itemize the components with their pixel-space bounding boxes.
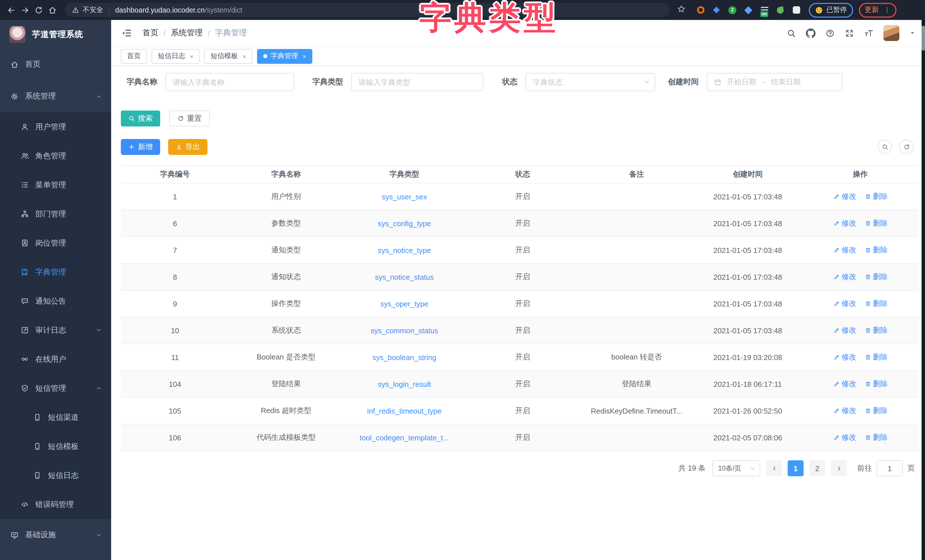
status-select[interactable]: 字典状态 (526, 73, 655, 91)
page-size-select[interactable]: 10条/页 (713, 460, 760, 476)
edit-link[interactable]: 修改 (833, 191, 856, 202)
sidebar-item-audit-log[interactable]: 审计日志 (0, 316, 111, 345)
sidebar-item-sms-mgmt[interactable]: 短信管理 (0, 374, 111, 403)
browser-menu-dots-icon[interactable] (883, 6, 891, 14)
window-scrollbar[interactable] (922, 20, 925, 560)
dict-name-input[interactable] (165, 73, 294, 91)
browser-home-button[interactable] (45, 3, 59, 17)
sidebar-item-error-code-mgmt[interactable]: 错误码管理 (0, 490, 111, 519)
dict-type-link[interactable]: sys_boolean_string (372, 353, 436, 361)
reset-button[interactable]: 重置 (169, 110, 210, 126)
sidebar-item-dept-mgmt[interactable]: 部门管理 (0, 199, 111, 229)
fullscreen-icon[interactable] (845, 28, 854, 38)
delete-link[interactable]: 删除 (864, 218, 888, 229)
bookmark-star-icon[interactable] (677, 5, 685, 15)
tab-home[interactable]: 首页 (121, 49, 147, 63)
paused-extension-badge[interactable]: 已暂停 (809, 3, 853, 17)
delete-link[interactable]: 删除 (864, 272, 888, 282)
dict-type-link[interactable]: sys_config_type (378, 219, 431, 227)
refresh-table-button[interactable] (899, 140, 914, 154)
sidebar-item-post-mgmt[interactable]: 岗位管理 (0, 229, 111, 257)
security-indicator[interactable]: 不安全 (72, 5, 103, 15)
toggle-search-button[interactable] (878, 140, 892, 154)
tab-close-icon[interactable]: × (190, 53, 193, 60)
orange-circle-extension-icon[interactable] (696, 5, 705, 15)
dict-type-link[interactable]: sys_notice_status (375, 272, 434, 281)
green-leaf-extension-icon[interactable] (776, 5, 785, 15)
dict-type-link[interactable]: sys_user_sex (382, 192, 427, 201)
delete-link[interactable]: 删除 (864, 191, 888, 202)
edit-link[interactable]: 修改 (833, 352, 856, 362)
delete-link[interactable]: 删除 (864, 352, 888, 362)
scrollbar-thumb[interactable] (922, 26, 925, 51)
sidebar-collapse-icon[interactable] (121, 27, 132, 39)
sidebar-item-sms-channel[interactable]: 短信渠道 (0, 403, 111, 432)
sidebar-item-home[interactable]: 首页 (0, 48, 111, 80)
edit-link[interactable]: 修改 (833, 272, 856, 282)
bars-extension-icon[interactable]: on (760, 5, 769, 15)
edit-link[interactable]: 修改 (833, 379, 856, 389)
dict-type-link[interactable]: sys_common_status (371, 326, 438, 335)
github-icon[interactable] (806, 28, 816, 38)
font-size-icon[interactable] (864, 28, 874, 38)
dict-type-link[interactable]: inf_redis_timeout_type (367, 406, 442, 415)
dict-type-link[interactable]: sys_login_result (378, 380, 431, 388)
sidebar-item-system-mgmt[interactable]: 系统管理 (0, 80, 111, 112)
sidebar-item-notice[interactable]: 通知公告 (0, 286, 111, 316)
dict-type-link[interactable]: tool_codegen_template_t... (360, 433, 449, 442)
user-avatar[interactable] (883, 25, 899, 41)
blue-light-extension-icon[interactable] (712, 5, 721, 15)
tab-close-icon[interactable]: × (303, 53, 306, 60)
export-button[interactable]: 导出 (168, 139, 208, 155)
dict-type-link[interactable]: sys_oper_type (380, 300, 428, 308)
page-button-1[interactable]: 1 (788, 460, 804, 476)
breadcrumb-home[interactable]: 首页 (143, 28, 158, 38)
delete-link[interactable]: 删除 (864, 298, 888, 309)
delete-link[interactable]: 删除 (864, 245, 888, 255)
edit-link[interactable]: 修改 (833, 325, 856, 336)
delete-link[interactable]: 删除 (864, 406, 888, 416)
date-range-picker[interactable]: 开始日期 ~ 结束日期 (707, 73, 842, 91)
browser-reload-button[interactable] (32, 3, 45, 17)
breadcrumb-system[interactable]: 系统管理 (171, 28, 203, 38)
browser-back-button[interactable] (5, 3, 18, 17)
delete-link[interactable]: 删除 (864, 325, 888, 336)
dict-type-link[interactable]: sys_notice_type (378, 246, 431, 254)
edit-link[interactable]: 修改 (833, 432, 856, 443)
sidebar-item-role-mgmt[interactable]: 角色管理 (0, 141, 111, 170)
prev-page-button[interactable] (766, 460, 782, 476)
delete-link[interactable]: 删除 (864, 379, 888, 389)
puzzle-extension-icon[interactable] (792, 5, 801, 15)
edit-link[interactable]: 修改 (833, 406, 856, 416)
tab-close-icon[interactable]: × (243, 53, 246, 60)
avatar-caret-down-icon[interactable] (909, 30, 916, 36)
page-button-2[interactable]: 2 (809, 460, 825, 476)
status-select-input[interactable] (526, 73, 655, 91)
sidebar-item-sms-log[interactable]: 短信日志 (0, 461, 111, 490)
help-icon[interactable] (825, 28, 835, 38)
next-page-button[interactable] (831, 460, 847, 476)
app-logo-row[interactable]: 芋道管理系统 (0, 20, 111, 48)
search-button[interactable]: 搜索 (121, 110, 160, 126)
tab-sms-log[interactable]: 短信日志× (152, 49, 200, 63)
goto-page-input[interactable] (877, 460, 903, 476)
sidebar-item-user-mgmt[interactable]: 用户管理 (0, 112, 111, 141)
edit-link[interactable]: 修改 (833, 218, 856, 229)
add-button[interactable]: 新增 (121, 139, 160, 155)
sidebar-item-online-users[interactable]: 在线用户 (0, 345, 111, 374)
search-icon[interactable] (786, 28, 796, 38)
browser-update-group[interactable]: 更新 (859, 3, 896, 17)
edit-link[interactable]: 修改 (833, 245, 856, 255)
address-bar[interactable]: 不安全 dashboard.yudao.iocoder.cn/system/di… (65, 3, 670, 17)
blue-diamond-extension-icon[interactable] (744, 5, 753, 15)
sidebar-item-menu-mgmt[interactable]: 菜单管理 (0, 170, 111, 199)
delete-link[interactable]: 删除 (864, 432, 888, 443)
tab-sms-template[interactable]: 短信模板× (204, 49, 253, 63)
sidebar-item-sms-template[interactable]: 短信模板 (0, 432, 111, 461)
tab-dict-mgmt[interactable]: 字典管理× (257, 49, 313, 63)
dict-type-input[interactable] (351, 73, 483, 91)
sidebar-item-infrastructure[interactable]: 基础设施 (0, 519, 111, 551)
green-circle-extension-icon[interactable]: 2 (728, 5, 737, 15)
date-start-placeholder[interactable]: 开始日期 (727, 77, 756, 87)
date-end-placeholder[interactable]: 结束日期 (771, 77, 800, 87)
